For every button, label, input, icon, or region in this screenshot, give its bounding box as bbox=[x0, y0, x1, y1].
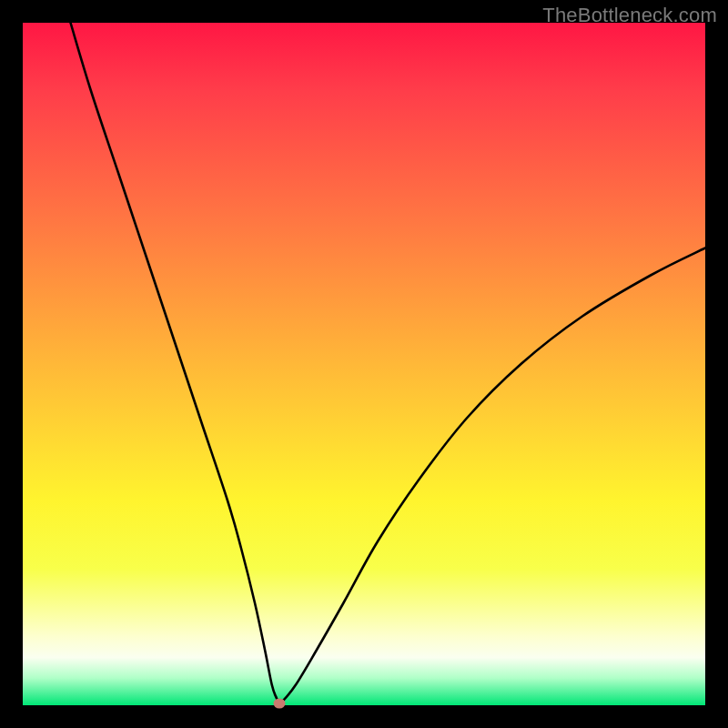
curve-svg bbox=[23, 23, 705, 705]
optimum-marker bbox=[274, 698, 286, 708]
chart-frame: TheBottleneck.com bbox=[0, 0, 728, 728]
plot-area bbox=[23, 23, 705, 705]
bottleneck-curve bbox=[71, 23, 706, 704]
